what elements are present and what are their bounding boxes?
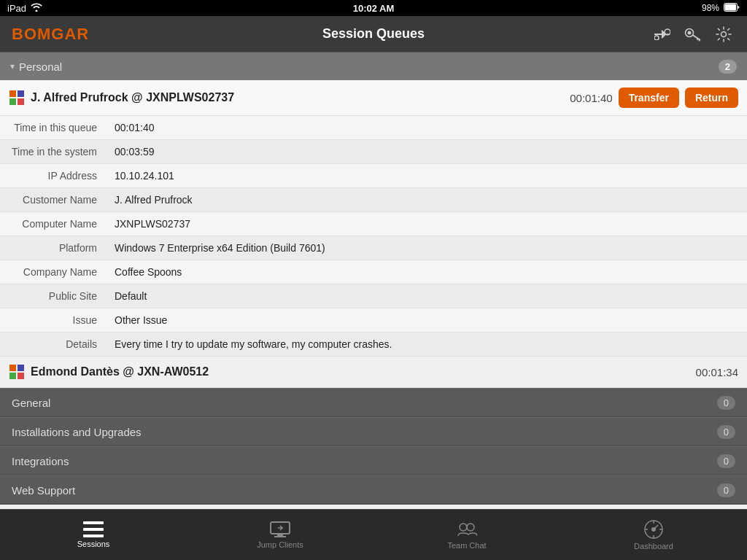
queue-count-1: 0 bbox=[717, 425, 735, 439]
tab-sessions[interactable]: Sessions bbox=[0, 516, 187, 554]
return-button[interactable]: Return bbox=[685, 88, 738, 108]
tab-bar: Sessions Jump Clients Team Chat Das bbox=[0, 509, 747, 560]
field-value-2: 10.10.24.101 bbox=[106, 164, 747, 188]
battery-icon bbox=[724, 3, 740, 14]
svg-point-7 bbox=[688, 31, 692, 34]
field-value-8: Other Issue bbox=[106, 308, 747, 332]
svg-rect-17 bbox=[18, 365, 24, 371]
svg-line-35 bbox=[654, 525, 658, 529]
field-label-3: Customer Name bbox=[0, 188, 106, 212]
queue-section-2[interactable]: Integrations0 bbox=[0, 446, 747, 475]
personal-section-title: Personal bbox=[19, 61, 62, 73]
status-left: iPad bbox=[7, 3, 42, 14]
queue-title-0: General bbox=[12, 397, 50, 409]
svg-rect-20 bbox=[83, 521, 104, 524]
session-1-time: 00:01:40 bbox=[570, 92, 612, 104]
field-label-9: Details bbox=[0, 332, 106, 357]
header-icons bbox=[651, 23, 735, 46]
field-value-0: 00:01:40 bbox=[106, 116, 747, 140]
field-value-3: J. Alfred Prufrock bbox=[106, 188, 747, 212]
windows-icon-2 bbox=[9, 364, 25, 380]
tab-dashboard-label: Dashboard bbox=[634, 542, 673, 551]
field-value-4: JXNPLWS02737 bbox=[106, 212, 747, 236]
status-right: 98% bbox=[702, 3, 740, 14]
svg-rect-15 bbox=[18, 98, 24, 105]
status-time: 10:02 AM bbox=[353, 3, 395, 14]
svg-rect-18 bbox=[9, 373, 16, 379]
queue-count-0: 0 bbox=[717, 396, 735, 410]
svg-rect-22 bbox=[83, 534, 104, 537]
queue-section-1[interactable]: Installations and Upgrades0 bbox=[0, 417, 747, 446]
battery-percent: 98% bbox=[702, 3, 719, 13]
gear-icon[interactable] bbox=[712, 23, 735, 46]
field-label-8: Issue bbox=[0, 308, 106, 332]
session-2-name: Edmond Dantès @ JXN-AW0512 bbox=[31, 365, 209, 378]
field-label-1: Time in the system bbox=[0, 140, 106, 164]
header: BOMGAR Session Queues bbox=[0, 16, 747, 52]
field-label-5: Platform bbox=[0, 236, 106, 260]
tab-dashboard[interactable]: Dashboard bbox=[560, 513, 747, 556]
personal-section-count: 2 bbox=[719, 60, 737, 74]
field-label-6: Company Name bbox=[0, 260, 106, 284]
tab-team-chat-label: Team Chat bbox=[447, 541, 486, 550]
svg-point-5 bbox=[654, 36, 659, 40]
tab-jump-clients[interactable]: Jump Clients bbox=[187, 515, 374, 555]
field-label-7: Public Site bbox=[0, 284, 106, 308]
windows-icon-1 bbox=[9, 90, 25, 106]
field-label-0: Time in this queue bbox=[0, 116, 106, 140]
field-label-2: IP Address bbox=[0, 164, 106, 188]
field-value-9: Every time I try to update my software, … bbox=[106, 332, 747, 357]
svg-rect-21 bbox=[83, 528, 104, 531]
svg-rect-16 bbox=[9, 365, 16, 371]
svg-point-27 bbox=[460, 524, 467, 531]
logo: BOMGAR bbox=[12, 25, 89, 44]
wifi-icon bbox=[31, 3, 42, 14]
session-1-item: J. Alfred Prufrock @ JXNPLWS02737 00:01:… bbox=[0, 80, 747, 357]
queue-count-3: 0 bbox=[717, 483, 735, 497]
queue-sections: General0Installations and Upgrades0Integ… bbox=[0, 388, 747, 505]
main-content: ▾ Personal 2 J. Alfred Prufrock @ JXNPLW… bbox=[0, 52, 747, 509]
session-2-item: Edmond Dantès @ JXN-AW0512 00:01:34 bbox=[0, 357, 747, 388]
queue-count-2: 0 bbox=[717, 454, 735, 468]
queue-title-2: Integrations bbox=[12, 455, 69, 467]
status-bar: iPad 10:02 AM 98% bbox=[0, 0, 747, 16]
arrow-icon[interactable] bbox=[651, 23, 674, 46]
field-value-7: Default bbox=[106, 284, 747, 308]
field-value-6: Coffee Spoons bbox=[106, 260, 747, 284]
tab-sessions-label: Sessions bbox=[77, 540, 110, 548]
queue-title-1: Installations and Upgrades bbox=[12, 426, 142, 438]
field-value-1: 00:03:59 bbox=[106, 140, 747, 164]
queue-title-3: Web Support bbox=[12, 484, 75, 497]
header-title: Session Queues bbox=[322, 26, 425, 42]
svg-rect-13 bbox=[18, 90, 24, 97]
session-2-time: 00:01:34 bbox=[696, 366, 738, 378]
queue-section-0[interactable]: General0 bbox=[0, 388, 747, 417]
personal-section-header[interactable]: ▾ Personal 2 bbox=[0, 52, 747, 80]
tab-team-chat[interactable]: Team Chat bbox=[374, 514, 560, 556]
personal-chevron-icon: ▾ bbox=[10, 61, 15, 71]
session-2-row[interactable]: Edmond Dantès @ JXN-AW0512 00:01:34 bbox=[0, 357, 747, 388]
queue-section-3[interactable]: Web Support0 bbox=[0, 475, 747, 505]
field-label-4: Computer Name bbox=[0, 212, 106, 236]
key-icon[interactable] bbox=[681, 23, 705, 46]
svg-rect-1 bbox=[725, 4, 737, 10]
session-1-row[interactable]: J. Alfred Prufrock @ JXNPLWS02737 00:01:… bbox=[0, 80, 747, 116]
carrier-label: iPad bbox=[7, 3, 26, 14]
svg-point-28 bbox=[467, 524, 474, 531]
session-1-details: Time in this queue00:01:40Time in the sy… bbox=[0, 116, 747, 357]
svg-rect-14 bbox=[9, 98, 16, 105]
field-value-5: Windows 7 Enterprise x64 Edition (Build … bbox=[106, 236, 747, 260]
session-1-name: J. Alfred Prufrock @ JXNPLWS02737 bbox=[31, 91, 234, 104]
svg-rect-19 bbox=[18, 373, 24, 379]
transfer-button[interactable]: Transfer bbox=[619, 88, 679, 108]
svg-rect-12 bbox=[9, 90, 16, 97]
svg-point-11 bbox=[721, 31, 727, 36]
tab-jump-clients-label: Jump Clients bbox=[257, 540, 303, 549]
